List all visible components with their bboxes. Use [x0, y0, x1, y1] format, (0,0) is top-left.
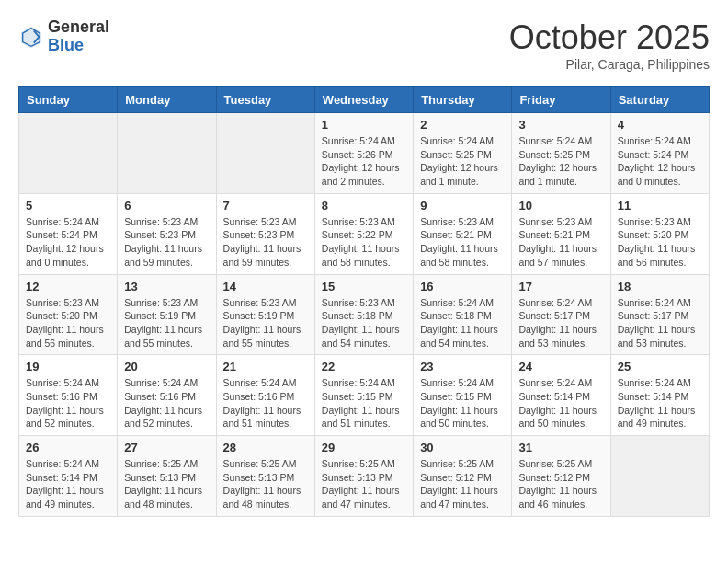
day-info: Sunrise: 5:24 AM Sunset: 5:17 PM Dayligh… [618, 296, 702, 350]
calendar-cell: 6Sunrise: 5:23 AM Sunset: 5:23 PM Daylig… [118, 193, 216, 274]
day-info: Sunrise: 5:24 AM Sunset: 5:14 PM Dayligh… [618, 376, 702, 431]
day-info: Sunrise: 5:24 AM Sunset: 5:16 PM Dayligh… [26, 376, 110, 431]
weekday-header-saturday: Saturday [610, 87, 709, 113]
calendar-cell: 2Sunrise: 5:24 AM Sunset: 5:25 PM Daylig… [414, 113, 512, 194]
day-number: 12 [26, 280, 110, 293]
calendar-cell: 21Sunrise: 5:24 AM Sunset: 5:16 PM Dayli… [216, 355, 314, 436]
week-row-5: 26Sunrise: 5:24 AM Sunset: 5:14 PM Dayli… [19, 436, 710, 517]
calendar-cell [19, 113, 118, 194]
day-info: Sunrise: 5:25 AM Sunset: 5:12 PM Dayligh… [518, 457, 603, 511]
page-header: General Blue October 2025 Pilar, Caraga,… [18, 18, 710, 72]
month-title: October 2025 [509, 18, 710, 57]
week-row-3: 12Sunrise: 5:23 AM Sunset: 5:20 PM Dayli… [19, 274, 710, 355]
day-info: Sunrise: 5:23 AM Sunset: 5:19 PM Dayligh… [223, 296, 308, 350]
day-info: Sunrise: 5:24 AM Sunset: 5:15 PM Dayligh… [420, 376, 505, 431]
week-row-2: 5Sunrise: 5:24 AM Sunset: 5:24 PM Daylig… [19, 193, 710, 274]
weekday-header-monday: Monday [118, 87, 216, 113]
day-number: 13 [124, 280, 209, 293]
day-number: 30 [420, 441, 505, 454]
day-number: 20 [124, 360, 209, 373]
calendar-cell: 1Sunrise: 5:24 AM Sunset: 5:26 PM Daylig… [314, 113, 413, 194]
calendar-cell: 9Sunrise: 5:23 AM Sunset: 5:21 PM Daylig… [414, 193, 512, 274]
day-info: Sunrise: 5:24 AM Sunset: 5:14 PM Dayligh… [518, 376, 603, 431]
day-info: Sunrise: 5:23 AM Sunset: 5:22 PM Dayligh… [322, 215, 406, 270]
day-info: Sunrise: 5:24 AM Sunset: 5:24 PM Dayligh… [618, 134, 702, 189]
calendar-cell: 13Sunrise: 5:23 AM Sunset: 5:19 PM Dayli… [118, 274, 216, 355]
week-row-1: 1Sunrise: 5:24 AM Sunset: 5:26 PM Daylig… [19, 113, 710, 194]
day-number: 28 [223, 441, 308, 454]
calendar-cell: 8Sunrise: 5:23 AM Sunset: 5:22 PM Daylig… [314, 193, 413, 274]
calendar-cell: 29Sunrise: 5:25 AM Sunset: 5:13 PM Dayli… [314, 436, 413, 517]
day-info: Sunrise: 5:25 AM Sunset: 5:13 PM Dayligh… [322, 457, 406, 511]
day-number: 26 [26, 441, 110, 454]
day-number: 17 [518, 280, 603, 293]
calendar-cell: 19Sunrise: 5:24 AM Sunset: 5:16 PM Dayli… [19, 355, 118, 436]
calendar-cell: 27Sunrise: 5:25 AM Sunset: 5:13 PM Dayli… [118, 436, 216, 517]
day-info: Sunrise: 5:24 AM Sunset: 5:25 PM Dayligh… [518, 134, 603, 189]
calendar-cell: 7Sunrise: 5:23 AM Sunset: 5:23 PM Daylig… [216, 193, 314, 274]
calendar-cell: 10Sunrise: 5:23 AM Sunset: 5:21 PM Dayli… [512, 193, 610, 274]
title-block: October 2025 Pilar, Caraga, Philippines [509, 18, 710, 72]
day-info: Sunrise: 5:24 AM Sunset: 5:15 PM Dayligh… [322, 376, 406, 431]
calendar-table: SundayMondayTuesdayWednesdayThursdayFrid… [18, 86, 710, 517]
calendar-cell: 18Sunrise: 5:24 AM Sunset: 5:17 PM Dayli… [610, 274, 709, 355]
calendar-cell: 20Sunrise: 5:24 AM Sunset: 5:16 PM Dayli… [118, 355, 216, 436]
day-number: 8 [322, 199, 406, 213]
day-info: Sunrise: 5:23 AM Sunset: 5:18 PM Dayligh… [322, 296, 406, 350]
calendar-cell: 17Sunrise: 5:24 AM Sunset: 5:17 PM Dayli… [512, 274, 610, 355]
calendar-cell: 28Sunrise: 5:25 AM Sunset: 5:13 PM Dayli… [216, 436, 314, 517]
day-number: 27 [124, 441, 209, 454]
day-info: Sunrise: 5:25 AM Sunset: 5:12 PM Dayligh… [420, 457, 505, 511]
day-number: 4 [618, 118, 702, 132]
day-number: 15 [322, 280, 406, 293]
day-number: 25 [618, 360, 702, 373]
weekday-header-friday: Friday [512, 87, 610, 113]
day-number: 5 [26, 199, 110, 213]
calendar-cell: 24Sunrise: 5:24 AM Sunset: 5:14 PM Dayli… [512, 355, 610, 436]
day-number: 9 [420, 199, 505, 213]
day-info: Sunrise: 5:24 AM Sunset: 5:16 PM Dayligh… [124, 376, 209, 431]
day-number: 1 [322, 118, 406, 132]
day-info: Sunrise: 5:24 AM Sunset: 5:14 PM Dayligh… [26, 457, 110, 511]
calendar-cell: 11Sunrise: 5:23 AM Sunset: 5:20 PM Dayli… [610, 193, 709, 274]
day-info: Sunrise: 5:24 AM Sunset: 5:16 PM Dayligh… [223, 376, 308, 431]
day-info: Sunrise: 5:23 AM Sunset: 5:21 PM Dayligh… [420, 215, 505, 270]
weekday-header-wednesday: Wednesday [314, 87, 413, 113]
calendar-cell: 30Sunrise: 5:25 AM Sunset: 5:12 PM Dayli… [414, 436, 512, 517]
day-info: Sunrise: 5:23 AM Sunset: 5:23 PM Dayligh… [124, 215, 209, 270]
calendar-cell [118, 113, 216, 194]
calendar-cell [216, 113, 314, 194]
calendar-cell: 26Sunrise: 5:24 AM Sunset: 5:14 PM Dayli… [19, 436, 118, 517]
day-info: Sunrise: 5:24 AM Sunset: 5:25 PM Dayligh… [420, 134, 505, 189]
day-number: 3 [518, 118, 603, 132]
day-info: Sunrise: 5:23 AM Sunset: 5:20 PM Dayligh… [26, 296, 110, 350]
day-info: Sunrise: 5:24 AM Sunset: 5:26 PM Dayligh… [322, 134, 406, 189]
day-info: Sunrise: 5:25 AM Sunset: 5:13 PM Dayligh… [124, 457, 209, 511]
weekday-header-tuesday: Tuesday [216, 87, 314, 113]
day-number: 14 [223, 280, 308, 293]
day-number: 19 [26, 360, 110, 373]
day-number: 18 [618, 280, 702, 293]
day-number: 22 [322, 360, 406, 373]
calendar-header-row: SundayMondayTuesdayWednesdayThursdayFrid… [19, 87, 710, 113]
day-number: 21 [223, 360, 308, 373]
week-row-4: 19Sunrise: 5:24 AM Sunset: 5:16 PM Dayli… [19, 355, 710, 436]
weekday-header-thursday: Thursday [414, 87, 512, 113]
calendar-cell: 25Sunrise: 5:24 AM Sunset: 5:14 PM Dayli… [610, 355, 709, 436]
calendar-cell: 16Sunrise: 5:24 AM Sunset: 5:18 PM Dayli… [414, 274, 512, 355]
logo-blue-text: Blue [48, 36, 84, 54]
day-info: Sunrise: 5:23 AM Sunset: 5:21 PM Dayligh… [518, 215, 603, 270]
day-number: 6 [124, 199, 209, 213]
day-info: Sunrise: 5:24 AM Sunset: 5:18 PM Dayligh… [420, 296, 505, 350]
day-info: Sunrise: 5:23 AM Sunset: 5:20 PM Dayligh… [618, 215, 702, 270]
calendar-cell: 14Sunrise: 5:23 AM Sunset: 5:19 PM Dayli… [216, 274, 314, 355]
calendar-cell: 4Sunrise: 5:24 AM Sunset: 5:24 PM Daylig… [610, 113, 709, 194]
location-text: Pilar, Caraga, Philippines [509, 57, 710, 72]
day-number: 2 [420, 118, 505, 132]
calendar-cell: 12Sunrise: 5:23 AM Sunset: 5:20 PM Dayli… [19, 274, 118, 355]
logo-icon [18, 24, 44, 50]
day-number: 31 [518, 441, 603, 454]
day-info: Sunrise: 5:23 AM Sunset: 5:23 PM Dayligh… [223, 215, 308, 270]
calendar-cell: 22Sunrise: 5:24 AM Sunset: 5:15 PM Dayli… [314, 355, 413, 436]
day-number: 7 [223, 199, 308, 213]
